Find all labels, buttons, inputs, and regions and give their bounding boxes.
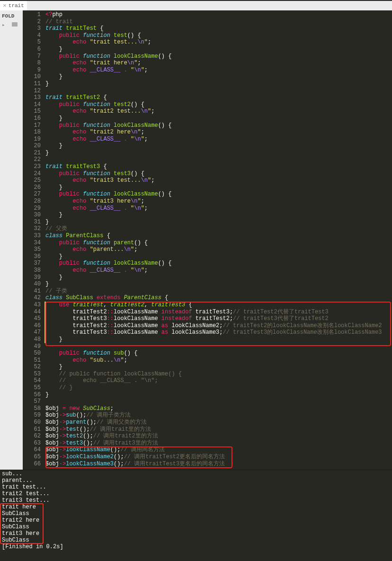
code-line[interactable]: $obj = new SubClass; xyxy=(45,405,392,412)
code-line[interactable]: // 父类 xyxy=(45,225,392,232)
line-number: 41 xyxy=(23,288,41,295)
code-line[interactable]: echo "trait2 here\n"; xyxy=(45,129,392,136)
code-line[interactable]: } xyxy=(45,212,392,219)
code-line[interactable]: } xyxy=(45,364,392,371)
code-line[interactable]: $obj->sub();// 调用子类方法 xyxy=(45,412,392,419)
folder-icon[interactable] xyxy=(12,22,18,27)
tree-caret-icon[interactable]: ▸ xyxy=(2,22,5,28)
code-line[interactable]: } xyxy=(45,184,392,191)
code-line[interactable]: trait traitTest3 { xyxy=(45,163,392,170)
output-panel[interactable]: sub...parent...trait test...trait2 test.… xyxy=(0,470,392,561)
code-line[interactable]: echo "trait3 here\n"; xyxy=(45,198,392,205)
code-line[interactable]: echo "trait3 test...\n"; xyxy=(45,177,392,184)
code-line[interactable]: } xyxy=(45,150,392,157)
code-line[interactable]: $obj->test2();// 调用trait2里的方法 xyxy=(45,433,392,440)
code-line[interactable]: $obj->test3();// 调用trait3里的方法 xyxy=(45,440,392,447)
code-line[interactable]: echo "parent...\n"; xyxy=(45,246,392,253)
code-line[interactable]: // public function lookClassName() { xyxy=(45,371,392,378)
line-number: 49 xyxy=(23,343,41,350)
line-gutter: 1234567891011121314151617181920212223242… xyxy=(23,10,45,470)
code-line[interactable]: public function parent() { xyxy=(45,240,392,247)
code-line[interactable]: public function test2() { xyxy=(45,101,392,108)
code-line[interactable]: } xyxy=(45,392,392,399)
code-line[interactable]: echo "sub...\n"; xyxy=(45,357,392,364)
code-line[interactable]: } xyxy=(45,274,392,281)
code-line[interactable]: public function lookClassName() { xyxy=(45,260,392,267)
code-line[interactable]: public function lookClassName() { xyxy=(45,122,392,129)
code-line[interactable] xyxy=(45,156,392,163)
code-line[interactable]: } xyxy=(45,115,392,122)
line-number: 63 xyxy=(23,440,41,447)
line-number: 54 xyxy=(23,377,41,384)
line-number: 11 xyxy=(23,80,41,88)
output-line: trait2 test... xyxy=(2,490,390,497)
line-number: 51 xyxy=(23,357,41,364)
code-line[interactable]: public function test() { xyxy=(45,32,392,39)
code-line[interactable]: echo "trait test...\n"; xyxy=(45,39,392,46)
code-line[interactable]: // } xyxy=(45,384,392,392)
output-line: SubClass xyxy=(2,524,390,530)
code-line[interactable]: public function test3() { xyxy=(45,170,392,178)
code-line[interactable]: traitTest3::lookClassName insteadof trai… xyxy=(45,315,392,322)
code-line[interactable] xyxy=(45,398,392,405)
sidebar-tree[interactable]: ▸ xyxy=(1,20,22,30)
line-number: 18 xyxy=(23,129,41,136)
line-number: 21 xyxy=(23,150,41,157)
line-number: 9 xyxy=(23,67,41,74)
code-line[interactable]: use traitTest, traitTest2, traitTest3 { xyxy=(45,302,392,309)
code-line[interactable]: echo __CLASS__ . "\n"; xyxy=(45,136,392,143)
code-line[interactable]: traitTest2::lookClassName insteadof trai… xyxy=(45,309,392,316)
code-line[interactable]: class ParentClass { xyxy=(45,232,392,240)
code-line[interactable]: $obj->test();// 调用trait里的方法 xyxy=(45,426,392,433)
code-line[interactable]: class SubClass extends ParentClass { xyxy=(45,294,392,302)
code-line[interactable]: echo __CLASS__ . "\n"; xyxy=(45,267,392,274)
code-line[interactable]: public function sub() { xyxy=(45,350,392,357)
output-line: trait3 here xyxy=(2,530,390,537)
code-line[interactable]: public function lookClassName() { xyxy=(45,53,392,60)
code-editor[interactable]: 1234567891011121314151617181920212223242… xyxy=(23,10,392,470)
code-line[interactable] xyxy=(45,343,392,350)
code-line[interactable]: echo __CLASS__ . "\n"; xyxy=(45,205,392,212)
code-line[interactable]: echo "trait here\n"; xyxy=(45,60,392,67)
code-line[interactable]: echo __CLASS__ . "\n"; xyxy=(45,67,392,74)
code-area[interactable]: <?php// traittrait traitTest { public fu… xyxy=(45,10,392,470)
line-number: 52 xyxy=(23,364,41,371)
file-tab[interactable]: × trait xyxy=(0,1,27,10)
code-line[interactable]: } xyxy=(45,46,392,53)
line-number: 14 xyxy=(23,101,41,108)
code-line[interactable]: $obj->lookClassName3();// 调用traitTest3更名… xyxy=(45,461,392,468)
code-line[interactable]: trait traitTest { xyxy=(45,25,392,32)
code-line[interactable]: // 子类 xyxy=(45,288,392,295)
code-line[interactable]: } xyxy=(45,80,392,88)
line-number: 42 xyxy=(23,294,41,302)
line-number: 24 xyxy=(23,170,41,178)
code-line[interactable]: } xyxy=(45,219,392,226)
code-line[interactable]: echo "trait2 test...\n"; xyxy=(45,108,392,115)
line-number: 22 xyxy=(23,156,41,163)
line-number: 15 xyxy=(23,108,41,115)
code-line[interactable]: traitTest2::lookClassName as lookClassNa… xyxy=(45,322,392,329)
code-line[interactable]: <?php xyxy=(45,11,392,18)
close-icon[interactable]: × xyxy=(3,3,7,9)
line-number: 13 xyxy=(23,94,41,101)
code-line[interactable]: // trait xyxy=(45,18,392,26)
code-line[interactable]: $obj->lookClassName();// 调用同名方法 xyxy=(45,446,392,454)
code-line[interactable]: } xyxy=(45,253,392,260)
code-line[interactable]: } xyxy=(45,142,392,150)
line-number: 46 xyxy=(23,322,41,329)
line-number: 66 xyxy=(23,461,41,468)
code-line[interactable]: // echo __CLASS__ . "\n"; xyxy=(45,377,392,384)
output-line: SubClass xyxy=(2,537,390,543)
code-line[interactable]: } xyxy=(45,336,392,343)
line-number: 28 xyxy=(23,198,41,205)
code-line[interactable]: $obj->parent();// 调用父类的方法 xyxy=(45,419,392,426)
line-number: 34 xyxy=(23,240,41,247)
code-line[interactable]: } xyxy=(45,73,392,80)
code-line[interactable] xyxy=(45,88,392,95)
sidebar[interactable]: FOLD ▸ xyxy=(0,10,23,470)
code-line[interactable]: trait traitTest2 { xyxy=(45,94,392,101)
code-line[interactable]: } xyxy=(45,281,392,288)
code-line[interactable]: $obj->lookClassName2();// 调用traitTest2更名… xyxy=(45,454,392,461)
code-line[interactable]: traitTest3::lookClassName as lookClassNa… xyxy=(45,329,392,336)
code-line[interactable]: public function lookClassName() { xyxy=(45,191,392,198)
